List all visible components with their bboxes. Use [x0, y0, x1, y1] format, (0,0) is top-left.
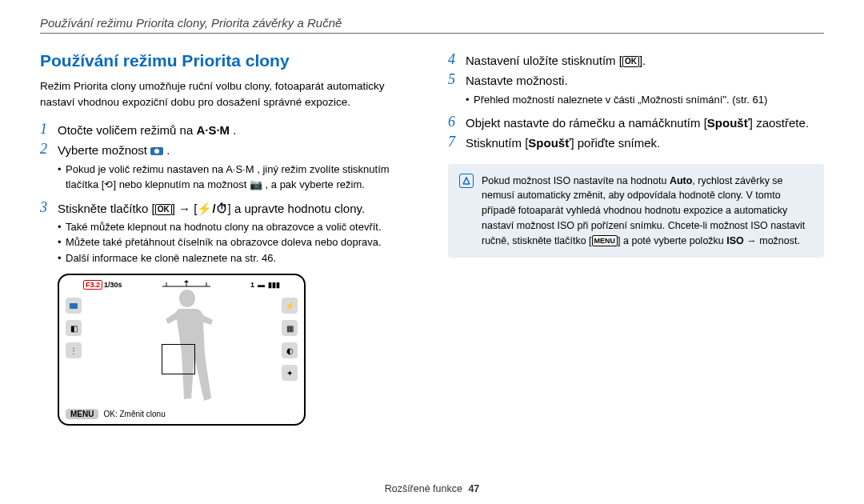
- lcd-left-buttons: ◧ ⋮: [66, 298, 82, 358]
- lcd-card-icon: ▬: [258, 281, 265, 289]
- bullet-item: Pokud je volič režimu nastaven na A·S·M …: [58, 162, 416, 193]
- footer-label: Rozšířené funkce: [385, 483, 462, 494]
- right-column: 4 Nastavení uložíte stisknutím [OK]. 5 N…: [448, 51, 824, 426]
- section-title: Používání režimu Priorita clony: [40, 51, 416, 70]
- settings-icon: ⋮: [66, 342, 82, 358]
- mode-icon: [66, 298, 82, 314]
- step-number: 6: [448, 114, 466, 132]
- step-5-bullets: Přehled možností naleznete v části „Možn…: [448, 92, 824, 108]
- step-6-pre: Objekt nastavte do rámečku a namáčknutím…: [466, 116, 707, 130]
- lcd-bottom-row: MENU OK: Změnit clonu: [66, 409, 298, 419]
- frame-icon: ◧: [66, 320, 82, 336]
- lcd-f-value: F3.2: [83, 280, 102, 290]
- drive-icon: ◐: [282, 342, 298, 358]
- menu-pill: MENU: [66, 409, 98, 419]
- af-frame: [162, 344, 195, 374]
- header-rule: [40, 33, 824, 34]
- lcd-ok-hint: OK: Změnit clonu: [103, 410, 165, 418]
- lcd-ev-scale: [122, 280, 250, 290]
- svg-point-1: [154, 149, 159, 154]
- shutter-button-label: Spoušť: [528, 136, 570, 150]
- note-icon: [459, 174, 474, 188]
- step-1-text: Otočte voličem režimů na: [58, 123, 196, 137]
- step-4-post: ].: [639, 54, 646, 67]
- step-7: 7 Stisknutím [Spoušť] pořiďte snímek.: [448, 134, 824, 152]
- info-pre: Pokud možnost ISO nastavíte na hodnotu: [482, 175, 670, 186]
- mode-dial-icon: A·S·M: [196, 123, 230, 137]
- bullet-item: Také můžete klepnout na hodnotu clony na…: [58, 219, 416, 235]
- step-5: 5 Nastavte možnosti.: [448, 71, 824, 90]
- camera-lcd-preview: F3.2 1/30s 1 ▬ ▮▮▮ ◧ ⋮ ⚡ ▦ ◐ ✦: [58, 274, 306, 426]
- info-icon-wrap: [459, 174, 474, 249]
- step-4-pre: Nastavení uložíte stisknutím [: [466, 54, 622, 67]
- intro-paragraph: Režim Priorita clony umožňuje ruční volb…: [40, 78, 416, 110]
- lcd-battery-icon: ▮▮▮: [268, 281, 280, 289]
- step-number: 5: [448, 71, 466, 90]
- step-body: Objekt nastavte do rámečku a namáčknutím…: [466, 114, 824, 132]
- step-3-bullets: Také můžete klepnout na hodnotu clony na…: [40, 219, 416, 266]
- info-note: Pokud možnost ISO nastavíte na hodnotu A…: [448, 164, 824, 258]
- breadcrumb: Používání režimu Priorita clony, Priorit…: [40, 16, 824, 33]
- step-body: Otočte voličem režimů na A·S·M .: [58, 121, 416, 139]
- ok-button-icon: OK: [155, 204, 172, 215]
- palette-icon: ✦: [282, 365, 298, 381]
- lcd-right-buttons: ⚡ ▦ ◐ ✦: [282, 298, 298, 381]
- step-7-post: ] pořiďte snímek.: [570, 136, 660, 150]
- iso-label: ISO: [726, 235, 744, 246]
- bullet-item: Můžete také přetáhnout číselník na obraz…: [58, 234, 416, 250]
- step-body: Stiskněte tlačítko [OK] → [⚡/⏱] a upravt…: [58, 199, 416, 218]
- aperture-mode-icon: [150, 146, 163, 157]
- step-1: 1 Otočte voličem režimů na A·S·M .: [40, 121, 416, 139]
- lcd-counter: 1: [250, 281, 254, 289]
- menu-button-icon: MENU: [592, 235, 618, 246]
- page-footer: Rozšířené funkce 47: [0, 483, 864, 494]
- step-4: 4 Nastavení uložíte stisknutím [OK].: [448, 51, 824, 70]
- flash-timer-icon: ⚡/⏱: [197, 202, 227, 215]
- step-2-bullets: Pokud je volič režimu nastaven na A·S·M …: [40, 162, 416, 193]
- svg-marker-6: [184, 280, 189, 282]
- page-number: 47: [468, 483, 479, 494]
- info-post: ] a poté vyberte položku: [618, 235, 726, 246]
- bullet-item: Přehled možností naleznete v části „Možn…: [466, 92, 824, 108]
- step-body: Nastavení uložíte stisknutím [OK].: [466, 51, 824, 70]
- step-2-text: Vyberte možnost: [58, 143, 150, 157]
- bullet-item: Další informace ke cloně naleznete na st…: [58, 250, 416, 266]
- step-3-post: ] a upravte hodnotu clony.: [228, 202, 366, 215]
- ok-button-icon: OK: [622, 56, 639, 67]
- step-3: 3 Stiskněte tlačítko [OK] → [⚡/⏱] a upra…: [40, 199, 416, 218]
- flash-icon: ⚡: [282, 298, 298, 314]
- focus-icon: ▦: [282, 320, 298, 336]
- content-columns: Používání režimu Priorita clony Režim Pr…: [40, 51, 824, 426]
- step-2: 2 Vyberte možnost .: [40, 141, 416, 159]
- step-6-post: ] zaostřete.: [750, 116, 809, 130]
- info-tail: → možnost.: [744, 235, 800, 246]
- lcd-top-row: F3.2 1/30s 1 ▬ ▮▮▮: [83, 280, 280, 290]
- step-number: 7: [448, 134, 466, 152]
- step-body: Nastavte možnosti.: [466, 71, 824, 90]
- shutter-button-label: Spoušť: [707, 116, 750, 130]
- step-number: 2: [40, 141, 58, 159]
- step-7-pre: Stisknutím [: [466, 136, 528, 150]
- left-column: Používání režimu Priorita clony Režim Pr…: [40, 51, 416, 426]
- svg-rect-7: [70, 303, 78, 309]
- step-body: Stisknutím [Spoušť] pořiďte snímek.: [466, 134, 824, 152]
- step-6: 6 Objekt nastavte do rámečku a namáčknut…: [448, 114, 824, 132]
- step-number: 1: [40, 121, 58, 139]
- step-number: 3: [40, 199, 58, 218]
- step-3-pre: Stiskněte tlačítko [: [58, 202, 155, 215]
- step-3-mid: ] → [: [172, 202, 198, 215]
- lcd-shutter: 1/30s: [104, 281, 122, 289]
- step-number: 4: [448, 51, 466, 70]
- auto-label: Auto: [670, 175, 692, 186]
- info-text: Pokud možnost ISO nastavíte na hodnotu A…: [482, 174, 813, 249]
- step-body: Vyberte možnost .: [58, 141, 416, 159]
